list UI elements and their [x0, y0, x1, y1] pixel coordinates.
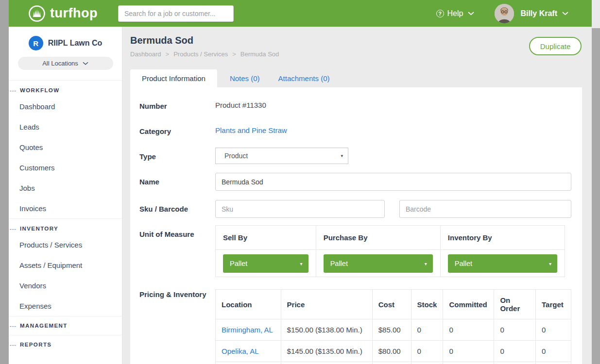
breadcrumb-separator: > [232, 50, 236, 58]
sidebar-item-vendors[interactable]: Vendors [9, 275, 122, 296]
type-label: Type [139, 148, 215, 163]
pricing-row-opelika-al: Opelika, AL$145.00 ($135.00 Min.)$80.000… [216, 341, 571, 362]
sidebar-section-header-workflow[interactable]: ---WORKFLOW [9, 81, 122, 96]
pricing-inventory-label: Pricing & Inventory [139, 289, 215, 300]
triple-dash-icon: --- [10, 226, 17, 232]
pricing-cell: 0 [536, 341, 571, 362]
pricing-cell [216, 362, 281, 364]
main-content: Bermuda Sod Dashboard>Products / Service… [122, 27, 592, 364]
breadcrumb-products-services[interactable]: Products / Services [173, 50, 228, 58]
scrollbar-thumb[interactable] [592, 28, 600, 364]
pricing-cell [281, 362, 372, 364]
uom-dropdown-inventory-by[interactable]: Pallet▾ [448, 254, 557, 273]
sidebar-section-header-management[interactable]: ---MANAGEMENT [9, 316, 122, 335]
sku-barcode-row: Sku / Barcode [139, 200, 582, 218]
question-mark-icon: ? [436, 10, 444, 17]
pricing-cell: $80.00 [372, 341, 411, 362]
caret-down-icon: ▾ [425, 261, 427, 266]
type-select[interactable]: Product ▾ [215, 148, 348, 164]
sidebar-item-assets-equipment[interactable]: Assets / Equipment [9, 255, 122, 275]
breadcrumb: Dashboard>Products / Services>Bermuda So… [130, 50, 279, 58]
company-name: RIIPL Lawn Co [48, 39, 103, 48]
category-link[interactable]: Plants and Pine Straw [215, 126, 287, 134]
tab-attachments-0[interactable]: Attachments (0) [271, 69, 338, 87]
unit-of-measure-row: Unit of Measure Sell ByPurchase ByInvent… [139, 225, 582, 277]
caret-down-icon: ▾ [549, 261, 551, 266]
unit-of-measure-table: Sell ByPurchase ByInventory By Pallet▾Pa… [215, 225, 565, 277]
sidebar-item-leads[interactable]: Leads [9, 116, 122, 137]
page-title: Bermuda Sod [130, 35, 193, 46]
search-input[interactable] [118, 5, 234, 22]
window-left-edge [0, 0, 9, 364]
chevron-down-icon [83, 62, 88, 66]
sidebar-navigation: ---WORKFLOWDashboardLeadsQuotesCustomers… [9, 80, 122, 354]
top-navigation-bar: turfhop ? Help Billy Kraft [9, 0, 592, 27]
barcode-input[interactable] [399, 200, 571, 218]
pricing-cell: 0 [443, 319, 494, 341]
pricing-cell [411, 362, 443, 364]
brand-logo[interactable]: turfhop [28, 5, 98, 22]
pricing-inventory-table: LocationPriceCostStockCommittedOn OrderT… [215, 289, 571, 364]
chevron-down-icon [562, 12, 568, 16]
user-name: Billy Kraft [520, 9, 557, 18]
tab-notes-0[interactable]: Notes (0) [222, 69, 268, 87]
sidebar-section-header-reports[interactable]: ---REPORTS [9, 335, 122, 354]
location-filter-dropdown[interactable]: All Locations [18, 57, 113, 70]
app-viewport: turfhop ? Help Billy Kraft [0, 0, 600, 364]
location-link-birmingham-al[interactable]: Birmingham, AL [216, 319, 281, 341]
product-information-panel: Number Product #11330 Category Plants an… [130, 87, 582, 364]
sidebar-item-dashboard[interactable]: Dashboard [9, 96, 122, 116]
pricing-cell: 0 [411, 341, 443, 362]
user-avatar[interactable] [495, 4, 514, 23]
category-row: Category Plants and Pine Straw [139, 126, 582, 137]
help-menu[interactable]: ? Help [436, 9, 475, 18]
uom-cell-inventory-by: Pallet▾ [440, 250, 565, 277]
duplicate-button[interactable]: Duplicate [529, 37, 582, 55]
pricing-cell: $150.00 ($138.00 Min.) [281, 319, 372, 341]
category-label: Category [139, 126, 215, 137]
sku-input[interactable] [215, 200, 385, 218]
pricing-cell [494, 362, 536, 364]
tab-bar: Product InformationNotes (0)Attachments … [130, 69, 340, 87]
uom-dropdown-sell-by[interactable]: Pallet▾ [223, 254, 309, 273]
grass-logo-icon [28, 5, 46, 22]
number-row: Number Product #11330 [139, 101, 582, 112]
pricing-cell: 0 [411, 319, 443, 341]
caret-down-icon: ▾ [341, 153, 343, 158]
user-menu[interactable]: Billy Kraft [520, 9, 568, 18]
pricing-cell [443, 362, 494, 364]
number-value: Product #11330 [215, 101, 266, 109]
company-logo: R [29, 36, 43, 50]
sidebar-section-reports: ---REPORTS [9, 335, 122, 354]
sidebar-section-management: ---MANAGEMENT [9, 316, 122, 335]
pricing-cell [536, 362, 571, 364]
pricing-row-birmingham-al: Birmingham, AL$150.00 ($138.00 Min.)$85.… [216, 319, 571, 341]
sidebar-item-expenses[interactable]: Expenses [9, 296, 122, 316]
pricing-column-stock: Stock [411, 290, 443, 319]
sidebar-section-label: REPORTS [20, 342, 51, 347]
sidebar-item-jobs[interactable]: Jobs [9, 178, 122, 198]
sidebar-section-header-inventory[interactable]: ---INVENTORY [9, 219, 122, 234]
sidebar-item-quotes[interactable]: Quotes [9, 137, 122, 157]
sidebar-item-customers[interactable]: Customers [9, 157, 122, 178]
triple-dash-icon: --- [10, 87, 17, 93]
tab-product-information[interactable]: Product Information [130, 69, 217, 87]
type-select-value: Product [224, 152, 248, 160]
name-label: Name [139, 173, 215, 188]
pricing-cell: 0 [443, 341, 494, 362]
pricing-column-target: Target [536, 290, 571, 319]
uom-dropdown-purchase-by[interactable]: Pallet▾ [324, 254, 433, 273]
pricing-inventory-row: Pricing & Inventory LocationPriceCostSto… [139, 289, 582, 364]
location-link-opelika-al[interactable]: Opelika, AL [216, 341, 281, 362]
pricing-column-price: Price [281, 290, 372, 319]
sidebar-section-label: MANAGEMENT [20, 323, 68, 329]
sidebar-section-label: WORKFLOW [20, 87, 59, 93]
name-input[interactable] [215, 173, 571, 191]
company-account[interactable]: R RIIPL Lawn Co [9, 36, 122, 50]
breadcrumb-dashboard[interactable]: Dashboard [130, 50, 161, 58]
triple-dash-icon: --- [10, 323, 17, 329]
brand-name: turfhop [50, 6, 98, 21]
sidebar-item-products-services[interactable]: Products / Services [9, 234, 122, 255]
sidebar-item-invoices[interactable]: Invoices [9, 198, 122, 218]
vertical-scrollbar[interactable] [592, 0, 600, 364]
